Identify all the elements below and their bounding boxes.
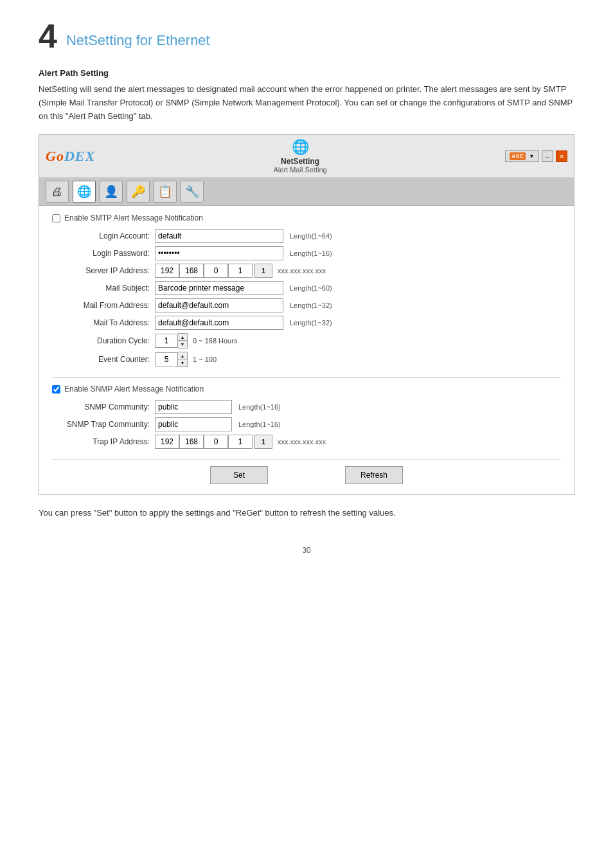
chapter-title: NetSetting for Ethernet [66,32,210,49]
login-password-input[interactable] [155,246,283,260]
server-ip-octet4[interactable] [228,264,253,278]
event-range: 1 ~ 100 [193,356,217,363]
set-button[interactable]: Set [210,466,268,484]
event-input[interactable] [155,352,178,366]
server-ip-label: Server IP Address: [52,266,155,275]
mail-from-hint: Length(1~32) [290,302,332,309]
toolbar-btn-key[interactable]: 🔑 [127,181,150,203]
mail-subject-label: Mail Subject: [52,284,155,293]
duration-label: Duration Cycle: [52,336,155,345]
event-row: Event Counter: ▲ ▼ 1 ~ 100 [52,352,561,367]
snmp-enable-checkbox[interactable] [52,385,60,393]
server-ip-row: Server IP Address: 1 xxx.xxx.xxx.xxx [52,264,561,278]
mail-from-label: Mail From Address: [52,301,155,310]
duration-up-btn[interactable]: ▲ [178,334,187,341]
duration-input[interactable] [155,334,178,348]
close-button[interactable]: ✕ [556,150,567,162]
trap-ip-last-box: 1 [254,435,272,449]
toolbar-btn-printer[interactable]: 🖨 [46,181,69,203]
toolbar-btn-alert[interactable]: 📋 [154,181,177,203]
section-desc: NetSetting will send the alert messages … [39,83,574,123]
event-spinner-btns: ▲ ▼ [178,352,188,367]
mail-to-row: Mail To Address: Length(1~32) [52,316,561,330]
trap-ip-label: Trap IP Address: [52,437,155,446]
app-subtitle: Alert Mail Setting [95,166,505,174]
snmp-community-row: SNMP Community: Length(1~16) [52,400,561,414]
snmp-trap-community-label: SNMP Trap Community: [52,420,155,429]
snmp-community-input[interactable] [155,400,232,414]
mail-from-input[interactable] [155,298,283,312]
footer-note: You can press "Set" button to apply the … [39,507,574,520]
login-password-label: Login Password: [52,249,155,258]
mail-to-label: Mail To Address: [52,318,155,327]
snmp-community-hint: Length(1~16) [238,403,281,411]
asc-dropdown-btn[interactable]: ASC ▼ [505,150,539,162]
app-content: Enable SMTP Alert Message Notification L… [39,206,574,494]
trap-ip-octet3[interactable] [204,435,228,449]
app-titlebar: GoDEX 🌐 NetSetting Alert Mail Setting AS… [39,135,574,178]
godex-logo: GoDEX [46,148,95,165]
login-account-hint: Length(1~64) [290,232,332,240]
toolbar-btn-user[interactable]: 👤 [100,181,123,203]
chapter-number: 4 [39,19,57,53]
smtp-form-section: Login Account: Length(1~64) Login Passwo… [52,229,561,367]
buttons-row: Set Refresh [52,459,561,484]
duration-row: Duration Cycle: ▲ ▼ 0 ~ 168 Hours [52,333,561,348]
event-spinner: ▲ ▼ [155,352,188,367]
trap-ip-octet2[interactable] [179,435,204,449]
duration-spinner: ▲ ▼ [155,333,188,348]
chevron-down-icon: ▼ [529,153,535,159]
trap-ip-input-group: 1 [155,435,272,449]
mail-to-input[interactable] [155,316,283,330]
trap-ip-octet4[interactable] [228,435,253,449]
server-ip-octet3[interactable] [204,264,228,278]
snmp-trap-community-input[interactable] [155,417,232,431]
mail-subject-input[interactable] [155,281,283,295]
event-down-btn[interactable]: ▼ [178,359,187,366]
mail-from-row: Mail From Address: Length(1~32) [52,298,561,312]
trap-ip-hint: xxx.xxx.xxx.xxx [278,438,326,446]
server-ip-hint: xxx.xxx.xxx.xxx [278,267,326,275]
login-password-hint: Length(1~16) [290,249,332,257]
toolbar-btn-network[interactable]: 🌐 [73,181,96,203]
mail-subject-hint: Length(1~60) [290,284,332,292]
refresh-button[interactable]: Refresh [345,466,403,484]
duration-range: 0 ~ 168 Hours [193,337,237,345]
snmp-form-section: SNMP Community: Length(1~16) SNMP Trap C… [52,400,561,449]
netsetting-icon: 🌐 [95,139,505,156]
smtp-enable-label: Enable SMTP Alert Message Notification [64,213,203,222]
trap-ip-row: Trap IP Address: 1 xxx.xxx.xxx.xxx [52,435,561,449]
server-ip-last-box: 1 [254,264,272,278]
titlebar-center: 🌐 NetSetting Alert Mail Setting [95,139,505,174]
mail-subject-row: Mail Subject: Length(1~60) [52,281,561,295]
event-up-btn[interactable]: ▲ [178,352,187,359]
section-title: Alert Path Setting [39,68,574,78]
snmp-section: Enable SNMP Alert Message Notification S… [52,377,561,449]
snmp-trap-community-hint: Length(1~16) [238,420,281,428]
app-window: GoDEX 🌐 NetSetting Alert Mail Setting AS… [39,134,574,495]
toolbar-btn-settings[interactable]: 🔧 [181,181,204,203]
page-number: 30 [39,546,574,555]
snmp-enable-label: Enable SNMP Alert Message Notification [64,384,204,393]
server-ip-input-group: 1 [155,264,272,278]
login-account-input[interactable] [155,229,283,243]
login-password-row: Login Password: Length(1~16) [52,246,561,260]
server-ip-octet1[interactable] [155,264,179,278]
snmp-community-label: SNMP Community: [52,402,155,411]
minimize-button[interactable]: – [542,150,553,162]
duration-down-btn[interactable]: ▼ [178,341,187,348]
smtp-enable-row: Enable SMTP Alert Message Notification [52,213,561,222]
snmp-trap-community-row: SNMP Trap Community: Length(1~16) [52,417,561,431]
server-ip-octet2[interactable] [179,264,204,278]
asc-badge: ASC [510,152,526,160]
app-title: NetSetting [95,157,505,166]
login-account-label: Login Account: [52,231,155,240]
trap-ip-octet1[interactable] [155,435,179,449]
mail-to-hint: Length(1~32) [290,319,332,327]
snmp-enable-row: Enable SNMP Alert Message Notification [52,384,561,393]
titlebar-left: GoDEX [46,148,95,165]
smtp-enable-checkbox[interactable] [52,214,60,222]
page-header: 4 NetSetting for Ethernet [39,19,574,53]
event-label: Event Counter: [52,355,155,364]
titlebar-right: ASC ▼ – ✕ [505,150,567,162]
